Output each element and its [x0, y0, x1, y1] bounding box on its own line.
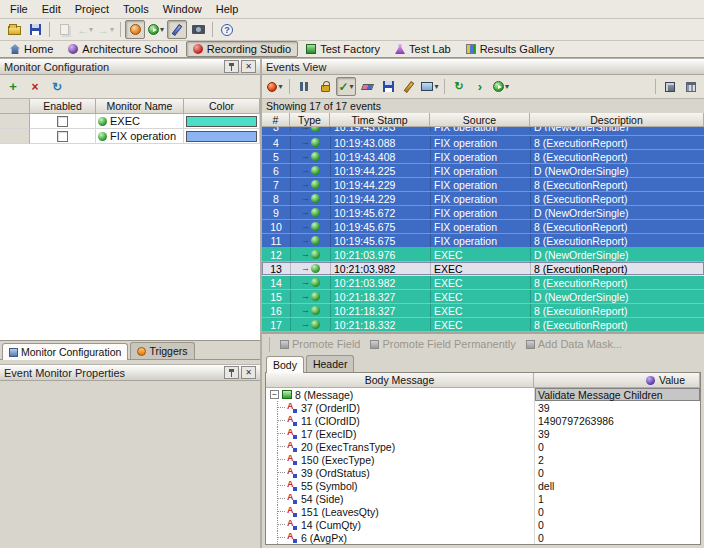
perspective-tab[interactable]: Home	[3, 41, 60, 57]
field-value-cell[interactable]: 0	[534, 440, 700, 453]
message-field-row[interactable]: − 55 (Symbol) dell	[266, 479, 700, 492]
column-header-description[interactable]: Description	[530, 113, 704, 127]
field-value-cell[interactable]: 39	[534, 427, 700, 440]
lock-events-button[interactable]	[315, 77, 335, 96]
monitor-row[interactable]: FIX operation	[0, 129, 260, 144]
event-row[interactable]: 16 → 10:21:18.327 EXEC 8 (ExecutionRepor…	[262, 304, 704, 318]
column-header-number[interactable]: #	[262, 113, 290, 127]
message-field-row[interactable]: − 8 (Message) Validate Message Children	[266, 388, 700, 401]
event-row[interactable]: 13 → 10:21:03.982 EXEC 8 (ExecutionRepor…	[262, 262, 704, 276]
menu-item[interactable]: Window	[156, 1, 209, 17]
columns-button[interactable]	[660, 77, 680, 96]
delete-monitor-button[interactable]: ×	[25, 77, 45, 96]
recording-studio-toggle[interactable]	[125, 20, 145, 39]
enabled-checkbox[interactable]	[57, 131, 68, 142]
perspective-tab[interactable]: Test Lab	[388, 41, 458, 57]
message-action-button[interactable]: Promote Field	[277, 338, 363, 350]
column-header-enabled[interactable]: Enabled	[30, 99, 96, 114]
field-value-cell[interactable]: Validate Message Children	[534, 388, 700, 401]
menu-item[interactable]: File	[3, 1, 35, 17]
message-field-row[interactable]: − 17 (ExecID) 39	[266, 427, 700, 440]
field-value-cell[interactable]: 1	[534, 492, 700, 505]
close-button[interactable]: ✕	[241, 366, 256, 379]
field-value-cell[interactable]: 0	[534, 518, 700, 531]
message-field-row[interactable]: − 11 (ClOrdID) 1490797263986	[266, 414, 700, 427]
field-value-cell[interactable]: dell	[534, 479, 700, 492]
event-row[interactable]: 8 → 10:19:44.229 FIX operation 8 (Execut…	[262, 192, 704, 206]
replay-button[interactable]: ▾	[491, 77, 511, 96]
pin-button[interactable]	[224, 60, 239, 73]
perspective-tab[interactable]: Architecture School	[61, 41, 184, 57]
message-field-row[interactable]: − 39 (OrdStatus) 0	[266, 466, 700, 479]
open-button[interactable]	[4, 20, 24, 39]
left-tab[interactable]: Monitor Configuration	[2, 343, 128, 360]
message-field-row[interactable]: − 14 (CumQty) 0	[266, 518, 700, 531]
undo-button[interactable]: ←▾	[75, 20, 95, 39]
color-swatch[interactable]	[186, 116, 257, 127]
copy-button[interactable]	[54, 20, 74, 39]
record-button[interactable]: ▾	[265, 77, 285, 96]
enabled-checkbox[interactable]	[57, 116, 68, 127]
event-row[interactable]: 5 → 10:19:43.408 FIX operation 8 (Execut…	[262, 150, 704, 164]
field-value-cell[interactable]: 1490797263986	[534, 414, 700, 427]
column-header-timestamp[interactable]: Time Stamp	[330, 113, 430, 127]
column-header-name[interactable]: Monitor Name	[96, 99, 184, 114]
left-tab[interactable]: Triggers	[130, 342, 194, 359]
event-row[interactable]: 17 → 10:21:18.332 EXEC 8 (ExecutionRepor…	[262, 318, 704, 332]
column-header-type[interactable]: Type	[290, 113, 330, 127]
field-value-cell[interactable]: 0	[534, 505, 700, 518]
close-button[interactable]: ✕	[241, 60, 256, 73]
perspective-tab[interactable]: Recording Studio	[186, 41, 298, 57]
display-options-dropdown[interactable]: ▾	[420, 77, 440, 96]
message-action-button[interactable]: Add Data Mask...	[523, 338, 625, 350]
menu-item[interactable]: Tools	[116, 1, 156, 17]
edit-filter-button[interactable]	[399, 77, 419, 96]
screenshot-button[interactable]	[188, 20, 208, 39]
event-row[interactable]: 4 → 10:19:43.088 FIX operation 8 (Execut…	[262, 136, 704, 150]
event-row[interactable]: 6 → 10:19:44.225 FIX operation D (NewOrd…	[262, 164, 704, 178]
monitor-row[interactable]: EXEC	[0, 114, 260, 129]
save-button[interactable]	[25, 20, 45, 39]
step-forward-button[interactable]: ›	[470, 77, 490, 96]
redo-button[interactable]: →▾	[96, 20, 116, 39]
column-header-color[interactable]: Color	[184, 99, 260, 114]
event-row[interactable]: 14 → 10:21:03.982 EXEC 8 (ExecutionRepor…	[262, 276, 704, 290]
event-row[interactable]: 12 → 10:21:03.976 EXEC D (NewOrderSingle…	[262, 248, 704, 262]
field-value-cell[interactable]: 0	[534, 531, 700, 544]
color-swatch[interactable]	[186, 131, 257, 142]
column-header-body-message[interactable]: Body Message	[266, 373, 534, 388]
field-value-cell[interactable]: 0	[534, 466, 700, 479]
message-action-button[interactable]: Promote Field Permanently	[367, 338, 518, 350]
event-row[interactable]: 10 → 10:19:45.675 FIX operation 8 (Execu…	[262, 220, 704, 234]
message-field-row[interactable]: − 150 (ExecType) 2	[266, 453, 700, 466]
column-header-source[interactable]: Source	[430, 113, 530, 127]
event-row[interactable]: 11 → 10:19:45.675 FIX operation 8 (Execu…	[262, 234, 704, 248]
tree-expander-icon[interactable]: −	[270, 390, 279, 399]
event-row[interactable]: 9 → 10:19:45.672 FIX operation D (NewOrd…	[262, 206, 704, 220]
refresh-events-button[interactable]: ↻	[449, 77, 469, 96]
validate-toggle[interactable]: ✓▾	[336, 77, 356, 96]
add-monitor-button[interactable]: +	[3, 77, 23, 96]
message-field-row[interactable]: − 37 (OrderID) 39	[266, 401, 700, 414]
message-tab[interactable]: Header	[306, 355, 354, 372]
help-button[interactable]: ?	[217, 20, 237, 39]
message-field-row[interactable]: − 151 (LeavesQty) 0	[266, 505, 700, 518]
menu-item[interactable]: Help	[209, 1, 246, 17]
message-tab[interactable]: Body	[266, 356, 304, 373]
pause-button[interactable]	[294, 77, 314, 96]
message-field-row[interactable]: − 20 (ExecTransType) 0	[266, 440, 700, 453]
message-field-row[interactable]: − 54 (Side) 1	[266, 492, 700, 505]
clear-events-button[interactable]	[357, 77, 377, 96]
event-row[interactable]: 3 → 10:19:43.053 FIX operation D (NewOrd…	[262, 127, 704, 136]
menu-item[interactable]: Edit	[35, 1, 68, 17]
perspective-tab[interactable]: Results Gallery	[459, 41, 562, 57]
menu-item[interactable]: Project	[68, 1, 116, 17]
group-view-button[interactable]	[681, 77, 701, 96]
annotate-toggle[interactable]	[167, 20, 187, 39]
pin-button[interactable]	[224, 366, 239, 379]
save-events-button[interactable]	[378, 77, 398, 96]
column-header-value[interactable]: Value	[534, 373, 700, 388]
perspective-tab[interactable]: Test Factory	[299, 41, 387, 57]
run-dropdown[interactable]: ▾	[146, 20, 166, 39]
field-value-cell[interactable]: 39	[534, 401, 700, 414]
